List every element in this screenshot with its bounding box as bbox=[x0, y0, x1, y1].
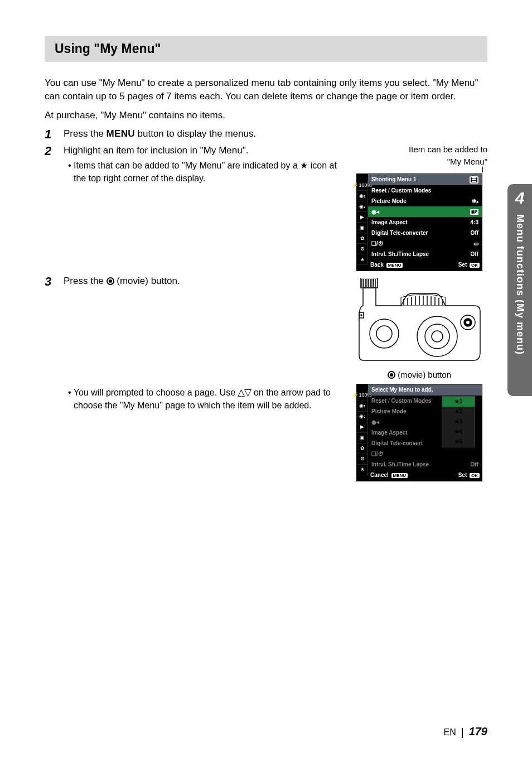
section-title-text: Using "My Menu" bbox=[55, 41, 477, 56]
section-title: Using "My Menu" bbox=[45, 36, 487, 62]
menu-side-icons: ⚡100% ◉₁ ◉₂ ▶ ▣ ✿ ⚙ ★ bbox=[357, 180, 368, 265]
setup-icon: ⚙ bbox=[357, 244, 367, 254]
step-2-text: Highlight an item for inclusion in "My M… bbox=[64, 144, 346, 157]
chapter-number: 4 bbox=[507, 189, 532, 208]
menu-item: Picture Mode✻₃ bbox=[368, 196, 482, 206]
chapter-title: Menu functions (My menu) bbox=[514, 214, 526, 355]
menu-footer: Cancel MENU Set OK bbox=[368, 470, 482, 481]
menu-item: Reset / Custom Modes bbox=[368, 185, 482, 196]
camera1-icon: ◉₁ bbox=[357, 401, 367, 412]
page-number: 179 bbox=[469, 725, 487, 737]
page-footer: EN 179 bbox=[443, 725, 487, 738]
mymenu-page-option: ★2 bbox=[442, 407, 475, 417]
battery-icon: ⚡100% bbox=[357, 180, 367, 191]
step-1: 1 Press the MENU button to display the m… bbox=[45, 127, 487, 141]
chapter-side-tab: 4 Menu functions (My menu) bbox=[507, 184, 532, 396]
intro-paragraph-1: You can use "My Menu" to create a person… bbox=[45, 76, 487, 103]
display-icon: ▣ bbox=[357, 223, 367, 233]
menu-side-icons: ⚡100% ◉₁ ◉₂ ▶ ▣ ✿ ⚙ ★ bbox=[357, 390, 368, 475]
display-icon: ▣ bbox=[357, 433, 367, 443]
mymenu-page-option: ★3 bbox=[442, 417, 475, 427]
step-1-text-pre: Press the bbox=[64, 128, 107, 139]
intro-paragraph-2: At purchase, "My Menu" contains no items… bbox=[45, 109, 487, 122]
menu-pill: MENU bbox=[386, 263, 403, 268]
mymenu-page-option: ★1 bbox=[442, 397, 475, 407]
ok-pill: OK bbox=[470, 263, 480, 268]
up-down-arrows-icon: △▽ bbox=[238, 387, 251, 398]
custom-icon: ✿ bbox=[357, 443, 367, 454]
menu-caption-line2: "My Menu" bbox=[356, 156, 487, 167]
mymenu-page-option: ★5 bbox=[442, 437, 475, 447]
mymenu-page-overlay: ★1 ★2 ★3 ★4 ★5 bbox=[442, 396, 475, 447]
shooting-menu-screenshot: ⚡100% ◉₁ ◉₂ ▶ ▣ ✿ ⚙ ★ S bbox=[356, 173, 482, 271]
menu-item: ❏/⏱ bbox=[368, 449, 482, 459]
camera2-icon: ◉₂ bbox=[357, 412, 367, 422]
footer-lang: EN bbox=[443, 727, 456, 737]
menu-title-row: Shooting Menu 1 bbox=[368, 174, 482, 185]
menu-button-word: MENU bbox=[107, 128, 135, 139]
footer-separator bbox=[462, 728, 463, 738]
menu-item: Image Aspect4:3 bbox=[368, 217, 482, 228]
menu-item-selected: ◉◂▣F bbox=[368, 206, 482, 217]
menu-footer: Back MENU Set OK bbox=[368, 259, 482, 271]
menu-item: Intrvl. Sh./Time LapseOff bbox=[368, 459, 482, 470]
menu-title-row: Select My Menu to add. bbox=[368, 384, 482, 396]
svg-point-12 bbox=[417, 316, 457, 356]
custom-icon: ✿ bbox=[357, 233, 367, 244]
menu-pill: MENU bbox=[391, 473, 408, 478]
camera-body-illustration bbox=[356, 278, 482, 361]
mymenu-star-icon: ★ bbox=[357, 465, 367, 475]
mymenu-indicator-icon bbox=[470, 176, 478, 184]
step-number: 2 bbox=[45, 145, 64, 157]
step-number: 1 bbox=[45, 128, 64, 141]
svg-point-10 bbox=[370, 319, 399, 348]
step-3: 3 Press the (movie) button. bbox=[45, 274, 487, 380]
play-icon: ▶ bbox=[357, 212, 367, 223]
setup-icon: ⚙ bbox=[357, 454, 367, 465]
battery-icon: ⚡100% bbox=[357, 390, 367, 401]
svg-point-11 bbox=[376, 326, 392, 341]
movie-button-caption: (movie) button bbox=[356, 369, 482, 380]
camera2-icon: ◉₂ bbox=[357, 201, 367, 212]
mymenu-star-icon: ★ bbox=[357, 254, 367, 265]
step-2: 2 Highlight an item for inclusion in "My… bbox=[45, 144, 487, 271]
record-icon bbox=[388, 371, 395, 379]
step-3-sub: • You will prompted to choose a page. Us… bbox=[45, 384, 487, 481]
play-icon: ▶ bbox=[357, 422, 367, 433]
svg-point-14 bbox=[432, 331, 443, 342]
menu-caption-line1: Item can be added to bbox=[356, 144, 487, 155]
camera1-icon: ◉₁ bbox=[357, 191, 367, 201]
star-icon: ★ bbox=[300, 161, 308, 170]
svg-point-28 bbox=[466, 321, 470, 324]
step-3-sub-text: • You will prompted to choose a page. Us… bbox=[64, 386, 346, 412]
menu-item: ❏/⏱▭ bbox=[368, 238, 482, 249]
menu-item: Intrvl. Sh./Time LapseOff bbox=[368, 249, 482, 259]
step-number: 3 bbox=[45, 276, 64, 288]
step-3-text: Press the (movie) button. bbox=[64, 274, 346, 288]
ok-pill: OK bbox=[470, 473, 480, 478]
mymenu-page-option: ★4 bbox=[442, 427, 475, 437]
menu-item: Digital Tele-converterOff bbox=[368, 228, 482, 238]
step-2-sub: • Items that can be added to "My Menu" a… bbox=[64, 160, 346, 185]
caption-tick bbox=[356, 168, 487, 173]
svg-point-30 bbox=[361, 315, 362, 316]
record-icon bbox=[107, 277, 114, 285]
svg-point-13 bbox=[425, 324, 449, 349]
step-1-text-post: button to display the menus. bbox=[135, 128, 256, 139]
